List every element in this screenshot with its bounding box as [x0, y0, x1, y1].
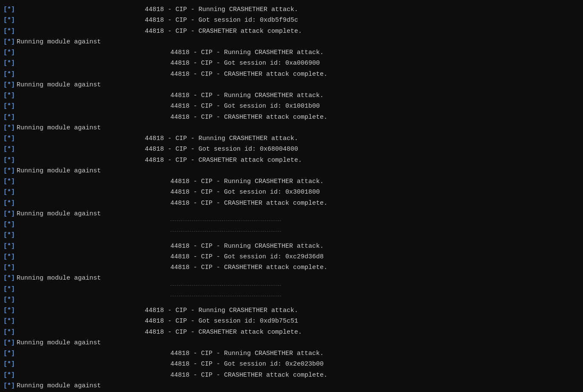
line-left: [*]Running module against: [0, 166, 136, 176]
line-right: 44818 - CIP - Got session id: 0xa006900: [136, 58, 583, 68]
terminal-line: [*]44818 - CIP - CRASHETHER attack compl…: [0, 262, 583, 273]
dashed-line: [136, 230, 583, 232]
line-left: [*]: [0, 15, 136, 25]
dashed-line: [136, 295, 583, 297]
line-right: 44818 - CIP - Got session id: 0x3001800: [136, 187, 583, 197]
line-left: [*]Running module against: [0, 123, 136, 133]
line-right: 44818 - CIP - Running CRASHETHER attack.: [136, 306, 583, 315]
bracket-icon: [*]: [3, 338, 15, 348]
dashed-line: [136, 220, 583, 222]
bracket-icon: [*]: [3, 5, 15, 14]
terminal-line: [*]44818 - CIP - Running CRASHETHER atta…: [0, 90, 583, 101]
line-label: Running module against: [17, 37, 101, 47]
line-left: [*]: [0, 349, 136, 358]
terminal-line: [*]44818 - CIP - CRASHETHER attack compl…: [0, 69, 583, 80]
terminal-line: [*]Running module against: [0, 338, 583, 348]
line-right: 44818 - CIP - CRASHETHER attack complete…: [136, 112, 583, 122]
line-right: 44818 - CIP - Running CRASHETHER attack.: [136, 134, 583, 143]
line-left: [*]: [0, 155, 136, 165]
dashed-line: [136, 284, 583, 286]
line-label: Running module against: [17, 166, 101, 176]
bracket-icon: [*]: [3, 252, 15, 262]
line-left: [*]: [0, 134, 136, 143]
line-left: [*]: [0, 359, 136, 369]
line-right: 44818 - CIP - CRASHETHER attack complete…: [136, 263, 583, 272]
line-left: [*]Running module against: [0, 37, 136, 47]
line-left: [*]Running module against: [0, 209, 136, 219]
terminal-line: [*]44818 - CIP - Got session id: 0xdb5f9…: [0, 15, 583, 26]
bracket-icon: [*]: [3, 112, 15, 122]
bracket-icon: [*]: [3, 155, 15, 165]
line-left: [*]: [0, 101, 136, 111]
line-left: [*]: [0, 144, 136, 154]
terminal-line: [*]44818 - CIP - CRASHETHER attack compl…: [0, 26, 583, 37]
dashed-separator: [170, 220, 281, 221]
bracket-icon: [*]: [3, 316, 15, 326]
line-left: [*]: [0, 198, 136, 208]
terminal-line: [*]44818 - CIP - Got session id: 0x1001b…: [0, 101, 583, 112]
bracket-icon: [*]: [3, 37, 15, 47]
bracket-icon: [*]: [3, 166, 15, 176]
separator-line: [*]: [0, 230, 583, 240]
line-right: 44818 - CIP - Running CRASHETHER attack.: [136, 349, 583, 358]
bracket-icon: [*]: [3, 230, 15, 240]
terminal-line: [*]Running module against: [0, 273, 583, 283]
bracket-icon: [*]: [3, 349, 15, 358]
line-right: 44818 - CIP - Got session id: 0x1001b00: [136, 101, 583, 111]
bracket-icon: [*]: [3, 220, 15, 229]
line-right: 44818 - CIP - Got session id: 0xc29d36d8: [136, 252, 583, 262]
terminal-line: [*]Running module against: [0, 80, 583, 90]
line-left: [*]: [0, 316, 136, 326]
line-left: [*]: [0, 370, 136, 380]
terminal-line: [*]44818 - CIP - Got session id: 0xd9b75…: [0, 316, 583, 326]
bracket-icon: [*]: [3, 48, 15, 57]
terminal-content: [*]44818 - CIP - Running CRASHETHER atta…: [0, 4, 583, 391]
line-label: Running module against: [17, 123, 101, 133]
line-right: 44818 - CIP - CRASHETHER attack complete…: [136, 198, 583, 208]
line-left: [*]: [0, 187, 136, 197]
line-left: [*]Running module against: [0, 338, 136, 348]
bracket-icon: [*]: [3, 101, 15, 111]
separator-line: [*]: [0, 284, 583, 295]
bracket-icon: [*]: [3, 306, 15, 315]
terminal-line: [*]44818 - CIP - CRASHETHER attack compl…: [0, 327, 583, 338]
bracket-icon: [*]: [3, 295, 15, 305]
bracket-icon: [*]: [3, 284, 15, 294]
terminal-line: [*]Running module against: [0, 209, 583, 219]
bracket-icon: [*]: [3, 177, 15, 186]
line-right: 44818 - CIP - Running CRASHETHER attack.: [136, 177, 583, 186]
line-right: 44818 - CIP - Running CRASHETHER attack.: [136, 241, 583, 251]
line-right: 44818 - CIP - CRASHETHER attack complete…: [136, 26, 583, 36]
bracket-icon: [*]: [3, 327, 15, 337]
terminal-line: [*]44818 - CIP - CRASHETHER attack compl…: [0, 112, 583, 123]
dashed-separator: [170, 231, 281, 232]
bracket-icon: [*]: [3, 263, 15, 272]
line-left: [*]: [0, 5, 136, 14]
terminal-line: [*]44818 - CIP - Running CRASHETHER atta…: [0, 348, 583, 359]
terminal-line: [*]Running module against: [0, 37, 583, 47]
line-left: [*]: [0, 306, 136, 315]
bracket-icon: [*]: [3, 15, 15, 25]
separator-left: [*]: [0, 295, 136, 305]
line-left: [*]: [0, 177, 136, 186]
terminal-line: [*]44818 - CIP - Got session id: 0xc29d3…: [0, 252, 583, 262]
bracket-icon: [*]: [3, 144, 15, 154]
line-left: [*]: [0, 112, 136, 122]
terminal-line: [*]44818 - CIP - Running CRASHETHER atta…: [0, 47, 583, 58]
terminal-line: [*]Running module against: [0, 123, 583, 133]
line-left: [*]Running module against: [0, 381, 136, 391]
terminal-line: [*]Running module against: [0, 166, 583, 176]
terminal-line: [*]44818 - CIP - Got session id: 0x2e023…: [0, 359, 583, 369]
terminal-line: [*]44818 - CIP - Running CRASHETHER atta…: [0, 176, 583, 187]
bracket-icon: [*]: [3, 359, 15, 369]
terminal-line: [*]44818 - CIP - Running CRASHETHER atta…: [0, 241, 583, 252]
separator-left: [*]: [0, 230, 136, 240]
bracket-icon: [*]: [3, 381, 15, 391]
line-left: [*]: [0, 241, 136, 251]
line-right: 44818 - CIP - CRASHETHER attack complete…: [136, 69, 583, 79]
terminal-line: [*]44818 - CIP - Running CRASHETHER atta…: [0, 4, 583, 15]
line-left: [*]: [0, 26, 136, 36]
line-right: 44818 - CIP - Got session id: 0x68004800: [136, 144, 583, 154]
dashed-separator: [170, 296, 281, 296]
line-right: 44818 - CIP - Got session id: 0xd9b75c51: [136, 316, 583, 326]
